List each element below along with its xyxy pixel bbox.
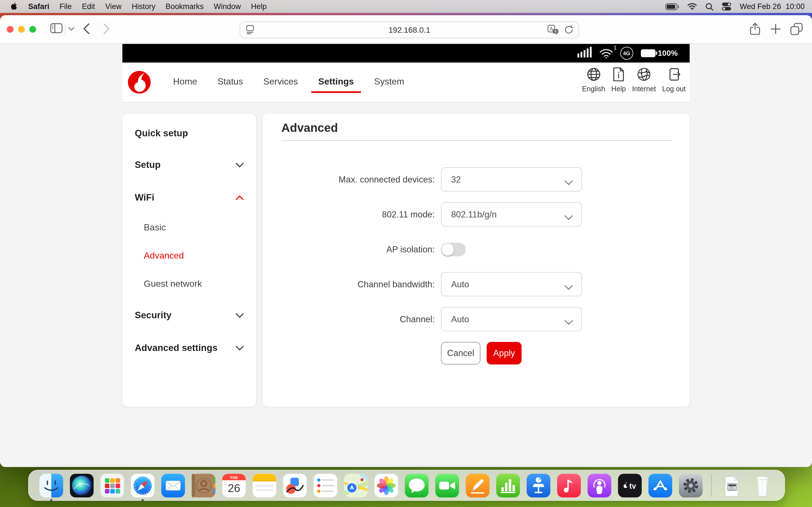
nav-item-home[interactable]: Home: [165, 62, 205, 102]
cancel-button[interactable]: Cancel: [441, 342, 480, 364]
page-menu-icon[interactable]: [246, 25, 254, 37]
back-icon[interactable]: [83, 23, 90, 34]
menu-bar-item-view[interactable]: View: [100, 0, 126, 13]
menu-bar-item-bookmarks[interactable]: Bookmarks: [160, 0, 209, 13]
menu-bar-item-help[interactable]: Help: [246, 0, 272, 13]
vodafone-logo[interactable]: [127, 70, 152, 95]
desktop: SafariFileEditViewHistoryBookmarksWindow…: [0, 0, 812, 507]
sidebar-item-advanced-settings[interactable]: Advanced settings: [122, 339, 256, 356]
dock-item-reminders-icon[interactable]: [313, 473, 338, 498]
dock-item-photos-icon[interactable]: [373, 473, 398, 498]
select-channel[interactable]: Auto: [441, 307, 582, 331]
minimize-window-button[interactable]: [18, 26, 25, 33]
sidebar-item-quick-setup[interactable]: Quick setup: [122, 124, 256, 142]
menu-bar-clock[interactable]: Wed Feb 26 10:00: [740, 2, 805, 11]
help-document-icon: [612, 67, 625, 84]
sidebar-item-advanced[interactable]: Advanced: [122, 247, 256, 264]
select-value: 32: [451, 174, 461, 184]
dock-item-siri-icon[interactable]: [69, 473, 94, 498]
sidebar-item-basic[interactable]: Basic: [122, 219, 256, 236]
wifi-advanced-form: Max. connected devices:32802.11 mode:802…: [282, 167, 672, 331]
select-802-11-mode[interactable]: 802.11b/g/n: [441, 202, 582, 226]
sidebar-item-label: Guest network: [144, 279, 202, 289]
dock-item-facetime-icon[interactable]: [435, 473, 459, 498]
close-window-button[interactable]: [7, 26, 13, 33]
select-channel-bandwidth[interactable]: Auto: [441, 272, 582, 296]
apple-menu-icon[interactable]: [6, 2, 23, 11]
share-icon[interactable]: [750, 22, 760, 36]
spotlight-search-icon[interactable]: [705, 3, 713, 10]
safari-window: 192.168.0.1 Ax: [0, 15, 812, 467]
menu-bar-item-edit[interactable]: Edit: [77, 0, 100, 13]
dock: FEB26tv: [28, 470, 785, 501]
sidebar-icon[interactable]: [50, 23, 63, 33]
wifi-icon[interactable]: [688, 3, 697, 10]
nav-item-services[interactable]: Services: [255, 62, 306, 102]
dock-item-pages-icon[interactable]: [465, 473, 490, 498]
dock-item-calendar-icon[interactable]: FEB26: [221, 473, 246, 498]
new-tab-icon[interactable]: [770, 24, 781, 34]
advanced-panel: Advanced Max. connected devices:32802.11…: [263, 114, 690, 407]
dock-item-keynote-icon[interactable]: [526, 473, 551, 498]
menu-bar-item-file[interactable]: File: [54, 0, 77, 13]
sidebar-item-security[interactable]: Security: [122, 306, 256, 323]
svg-text:A: A: [550, 26, 553, 32]
nav-item-status[interactable]: Status: [209, 62, 251, 102]
reload-icon[interactable]: [564, 25, 573, 37]
nav-item-system[interactable]: System: [366, 62, 412, 102]
address-bar[interactable]: 192.168.0.1 Ax: [240, 21, 579, 38]
wifi-count: 1: [613, 44, 617, 50]
dock-item-safari-icon[interactable]: [130, 473, 155, 498]
dock-item-freeform-icon[interactable]: [282, 473, 307, 498]
dock-item-podcasts-icon[interactable]: [587, 473, 612, 498]
dock-item-launchpad-icon[interactable]: [100, 473, 124, 498]
zoom-window-button[interactable]: [29, 26, 36, 33]
battery-icon[interactable]: [665, 3, 679, 10]
translate-icon[interactable]: Ax: [548, 25, 559, 37]
svg-text:26: 26: [227, 482, 240, 494]
chevron-down-icon[interactable]: [68, 27, 74, 31]
header-link-internet[interactable]: Internet: [632, 67, 656, 93]
dock-item-finder-icon[interactable]: [39, 473, 63, 498]
sidebar-item-guest-network[interactable]: Guest network: [122, 276, 256, 292]
chevron-down-icon: [564, 177, 573, 187]
tab-overview-icon[interactable]: [790, 22, 803, 36]
menu-bar: SafariFileEditViewHistoryBookmarksWindow…: [0, 0, 812, 13]
dock-item-trash-icon[interactable]: [750, 473, 774, 498]
select-max-connected-devices[interactable]: 32: [441, 167, 582, 191]
menu-bar-app-name[interactable]: Safari: [23, 0, 54, 13]
dock-item-messages-icon[interactable]: [404, 473, 429, 498]
toggle-ap-isolation[interactable]: [441, 242, 466, 256]
control-center-icon[interactable]: [722, 2, 731, 11]
menu-bar-item-history[interactable]: History: [126, 0, 160, 13]
dock-item-contacts-icon[interactable]: [191, 473, 216, 498]
apply-button[interactable]: Apply: [487, 342, 522, 364]
header-link-log-out[interactable]: Log out: [662, 67, 686, 93]
header-link-english[interactable]: English: [582, 67, 605, 93]
sidebar-item-label: Setup: [135, 159, 161, 170]
forward-icon[interactable]: [103, 23, 110, 34]
sidebar-item-label: Security: [135, 309, 171, 320]
dock-item-tv-icon[interactable]: tv: [617, 473, 642, 498]
dock-item-numbers-icon[interactable]: [495, 473, 520, 498]
nav-item-settings[interactable]: Settings: [310, 62, 362, 102]
dock-item-maps-icon[interactable]: [343, 473, 368, 498]
dock-item-notes-icon[interactable]: [252, 473, 276, 498]
dock-item-music-icon[interactable]: [556, 473, 581, 498]
field-label: Channel bandwidth:: [282, 279, 435, 289]
dock-item-system-settings-icon[interactable]: [678, 473, 703, 498]
menu-bar-item-window[interactable]: Window: [209, 0, 246, 13]
header-link-help[interactable]: Help: [611, 67, 626, 93]
select-value: 802.11b/g/n: [451, 209, 497, 219]
sidebar-item-setup[interactable]: Setup: [122, 156, 256, 173]
sidebar-item-label: Advanced settings: [135, 342, 217, 353]
title-divider: [282, 140, 672, 141]
chevron-down-icon: [564, 317, 573, 327]
select-value: Auto: [451, 279, 469, 289]
dock-item-mail-icon[interactable]: [160, 473, 185, 498]
dock-item-documents-stack-icon[interactable]: [719, 473, 744, 498]
dock-divider: [711, 474, 711, 497]
cell-signal-icon: [577, 47, 592, 60]
sidebar-item-wifi[interactable]: WiFi: [122, 189, 256, 206]
dock-item-app-store-icon[interactable]: [648, 473, 672, 498]
